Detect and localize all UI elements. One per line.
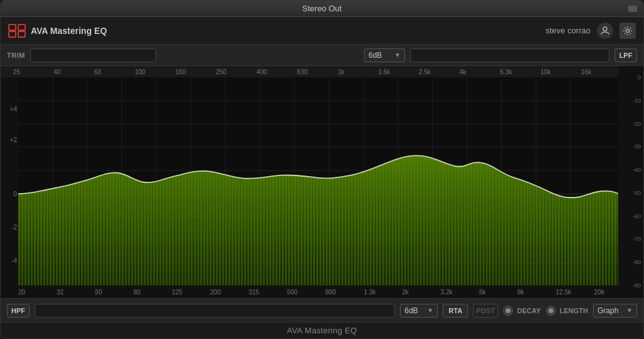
svg-rect-215 bbox=[599, 77, 601, 286]
svg-rect-197 bbox=[542, 77, 544, 286]
freq-label-top-3: 100 bbox=[135, 69, 145, 75]
bottom-db-dropdown[interactable]: 6dB ▼ bbox=[400, 304, 438, 318]
freq-label-bottom-11: 3.2k bbox=[441, 289, 453, 296]
freq-label-bottom-13: 8k bbox=[518, 289, 525, 296]
rta-button[interactable]: RTA bbox=[443, 304, 468, 318]
svg-rect-72 bbox=[150, 77, 152, 286]
svg-rect-170 bbox=[458, 77, 460, 286]
freq-label-bottom-6: 315 bbox=[248, 289, 259, 296]
logo bbox=[8, 24, 26, 38]
db-label-right-5: -50 bbox=[633, 190, 641, 196]
profile-icon-button[interactable] bbox=[597, 23, 613, 39]
db-label-left-1: +2 bbox=[10, 136, 17, 143]
footer: AVA Mastering EQ bbox=[1, 322, 643, 338]
bottom-db-arrow: ▼ bbox=[427, 307, 433, 314]
svg-rect-153 bbox=[404, 77, 406, 286]
freq-label-bottom-2: 50 bbox=[95, 289, 102, 296]
top-right-input[interactable] bbox=[410, 48, 609, 62]
bottom-left-input[interactable] bbox=[35, 304, 395, 318]
bottom-db-value: 6dB bbox=[404, 306, 418, 315]
svg-rect-62 bbox=[119, 77, 121, 286]
freq-label-bottom-7: 500 bbox=[287, 289, 297, 296]
freq-labels-top: 2540631001602504006301k1.6k2.5k4k6.3k10k… bbox=[1, 66, 618, 77]
svg-rect-54 bbox=[94, 77, 96, 286]
freq-label-top-10: 2.5k bbox=[419, 69, 431, 75]
svg-rect-123 bbox=[310, 77, 312, 286]
decay-label: DECAY bbox=[517, 307, 541, 314]
svg-rect-139 bbox=[360, 77, 362, 286]
svg-rect-190 bbox=[520, 77, 522, 286]
svg-rect-218 bbox=[608, 77, 610, 286]
svg-rect-180 bbox=[489, 77, 491, 286]
freq-label-bottom-4: 125 bbox=[172, 289, 182, 296]
svg-rect-82 bbox=[181, 77, 183, 286]
db-label-left-3: -2 bbox=[11, 224, 17, 231]
db-label-right-0: 0 bbox=[638, 74, 641, 81]
db-labels-right: 0-10-20-30-40-50-60-70-80-90 bbox=[618, 77, 643, 286]
svg-rect-137 bbox=[354, 77, 356, 286]
svg-rect-89 bbox=[203, 77, 205, 286]
length-toggle-group: LENGTH bbox=[546, 306, 588, 316]
svg-rect-77 bbox=[166, 77, 168, 286]
svg-rect-102 bbox=[244, 77, 246, 286]
svg-rect-1 bbox=[9, 31, 16, 37]
close-button[interactable] bbox=[628, 6, 637, 12]
svg-rect-146 bbox=[382, 77, 384, 286]
svg-rect-108 bbox=[263, 77, 265, 286]
svg-rect-160 bbox=[426, 77, 428, 286]
svg-rect-187 bbox=[511, 77, 513, 286]
decay-toggle[interactable] bbox=[503, 306, 513, 316]
post-button[interactable]: POST bbox=[473, 304, 498, 318]
svg-rect-205 bbox=[567, 77, 569, 286]
svg-rect-75 bbox=[160, 77, 162, 286]
svg-rect-145 bbox=[379, 77, 381, 286]
svg-point-4 bbox=[603, 27, 607, 31]
svg-rect-90 bbox=[206, 77, 208, 286]
svg-rect-37 bbox=[40, 77, 42, 286]
svg-rect-122 bbox=[307, 77, 309, 286]
hpf-button[interactable]: HPF bbox=[7, 304, 30, 318]
svg-rect-179 bbox=[486, 77, 487, 286]
header-left: AVA Mastering EQ bbox=[8, 24, 107, 38]
lpf-button[interactable]: LPF bbox=[614, 48, 637, 62]
svg-rect-105 bbox=[253, 77, 255, 286]
db-label-left-0: +4 bbox=[10, 105, 17, 112]
settings-button[interactable] bbox=[619, 23, 636, 39]
svg-rect-71 bbox=[147, 77, 149, 286]
svg-rect-88 bbox=[200, 77, 202, 286]
top-db-dropdown[interactable]: 6dB ▼ bbox=[364, 48, 405, 62]
freq-label-bottom-8: 800 bbox=[325, 289, 336, 296]
svg-rect-147 bbox=[386, 77, 387, 286]
freq-label-top-0: 25 bbox=[13, 69, 20, 75]
svg-rect-60 bbox=[113, 77, 114, 286]
svg-rect-204 bbox=[564, 77, 566, 286]
trim-input[interactable] bbox=[30, 48, 156, 62]
length-toggle[interactable] bbox=[546, 306, 556, 316]
svg-rect-80 bbox=[175, 77, 177, 286]
svg-rect-157 bbox=[417, 77, 419, 286]
svg-rect-65 bbox=[128, 77, 130, 286]
freq-label-top-8: 1k bbox=[338, 69, 345, 75]
svg-rect-177 bbox=[479, 77, 481, 286]
graph-dropdown[interactable]: Graph ▼ bbox=[593, 304, 637, 318]
svg-rect-55 bbox=[97, 77, 99, 286]
freq-label-top-13: 10k bbox=[541, 69, 551, 75]
svg-rect-46 bbox=[69, 77, 70, 286]
svg-rect-176 bbox=[476, 77, 478, 286]
svg-rect-95 bbox=[222, 77, 224, 286]
svg-rect-136 bbox=[351, 77, 353, 286]
svg-rect-78 bbox=[169, 77, 170, 286]
svg-rect-113 bbox=[279, 77, 280, 286]
svg-rect-32 bbox=[25, 77, 26, 286]
footer-text: AVA Mastering EQ bbox=[287, 326, 357, 335]
svg-rect-98 bbox=[231, 77, 233, 286]
svg-rect-132 bbox=[338, 77, 340, 286]
svg-rect-155 bbox=[411, 77, 413, 286]
freq-label-top-6: 400 bbox=[257, 69, 267, 75]
svg-rect-216 bbox=[602, 77, 604, 286]
svg-rect-44 bbox=[62, 77, 64, 286]
svg-rect-61 bbox=[116, 77, 118, 286]
db-label-right-4: -40 bbox=[633, 167, 641, 173]
top-db-value: 6dB bbox=[369, 51, 382, 60]
svg-rect-45 bbox=[65, 77, 67, 286]
